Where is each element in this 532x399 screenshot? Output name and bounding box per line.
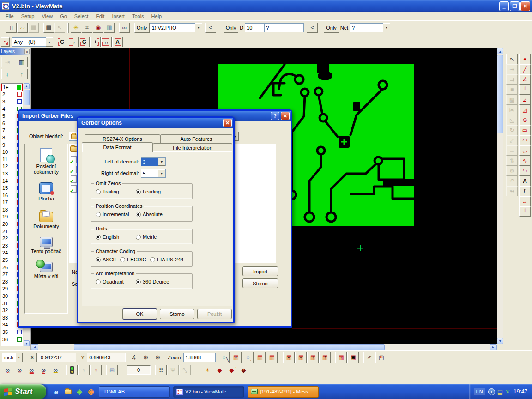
tab-auto-features[interactable]: Auto Features <box>160 134 232 143</box>
scroll-down-icon[interactable]: ▼ <box>24 340 30 346</box>
draw-track-corner-button[interactable]: ┘ <box>519 206 531 217</box>
import-button[interactable]: Import <box>242 266 278 276</box>
previous-dcode-button[interactable]: < <box>205 23 216 33</box>
only-layer-button[interactable]: Only <box>134 23 150 33</box>
select-h-button[interactable]: ↔ <box>101 37 112 47</box>
cancel-button[interactable]: Storno <box>160 309 194 319</box>
pan-left-button[interactable]: ▦← <box>283 352 295 363</box>
place-recent-documents[interactable]: Poslední dokumenty <box>25 148 67 175</box>
draw-pad-button[interactable]: ● <box>519 54 531 64</box>
tab-data-format[interactable]: Data Format <box>82 142 153 152</box>
scroll-right-icon[interactable]: ► <box>490 344 497 350</box>
fill-square-button[interactable]: ■ <box>506 85 518 95</box>
radio-360-degree[interactable]: 360 Degree <box>136 279 169 284</box>
layer-down-button[interactable]: ↓ <box>1 69 13 79</box>
minimize-button[interactable]: _ <box>499 1 509 11</box>
undo-button[interactable]: ↶ <box>506 176 518 186</box>
draw-text-button[interactable]: A <box>519 176 531 186</box>
glasses-dcodes-button[interactable]: ∞⋯ <box>2 365 13 375</box>
pan-right-button[interactable]: ▦→ <box>295 352 307 363</box>
dropdown-arrow-icon[interactable] <box>158 158 165 166</box>
tools-film-button[interactable]: ⌗ <box>82 23 92 33</box>
place-documents[interactable]: Dokumenty <box>25 209 67 229</box>
close-button[interactable]: ✕ <box>520 1 530 11</box>
lamp-probe-button[interactable]: ♀ <box>90 365 102 375</box>
mirror-button[interactable]: ⋈ <box>506 105 518 115</box>
scrollbar-thumb[interactable] <box>497 55 503 133</box>
vertical-scrollbar[interactable]: ▲ ▼ <box>497 48 503 344</box>
draw-arc-cw-button[interactable]: ◡ <box>519 145 531 156</box>
open-file-button[interactable]: ▱ <box>17 23 28 33</box>
glasses-board-button[interactable]: ∞— <box>50 365 61 375</box>
grid-full-button[interactable]: ▦ <box>266 352 278 363</box>
left-of-decimal-select[interactable]: 3 <box>141 157 166 166</box>
dropdown-arrow-icon[interactable] <box>383 23 390 32</box>
draw-line-button[interactable]: ╱ <box>519 64 531 74</box>
radio-english[interactable]: English <box>96 234 119 240</box>
layers-panel-header[interactable]: Layers x <box>0 48 30 55</box>
area-select-button[interactable]: ▢∷ <box>375 352 387 363</box>
quicklaunch-ie-icon[interactable]: e <box>52 387 61 396</box>
radio-leading[interactable]: Leading <box>136 189 161 194</box>
maximize-button[interactable]: ❐ <box>510 1 520 11</box>
tray-collapse-icon[interactable]: ‹ <box>488 388 495 395</box>
draw-polyline-button[interactable]: ∠ <box>519 74 531 85</box>
draw-dimension-button[interactable]: ↔ <box>519 196 531 206</box>
menu-file[interactable]: File <box>2 12 18 20</box>
print-button[interactable]: ▤ <box>43 23 54 33</box>
zoom-window-button[interactable]: ○⌐ <box>242 352 254 363</box>
only-net-button[interactable]: Only <box>324 23 339 33</box>
task-dmlab[interactable]: D:\MLAB <box>99 386 170 398</box>
previous-net-button[interactable]: < <box>307 23 318 33</box>
layer-color-swatch[interactable] <box>17 85 21 90</box>
step-repeat-button[interactable]: ⇅ <box>506 156 518 166</box>
draw-curve-button[interactable]: ∿ <box>519 156 531 166</box>
radio-trailing[interactable]: Trailing <box>96 189 119 194</box>
glasses-measure-button[interactable]: ∞ <box>119 23 130 33</box>
snap-diagonal-button[interactable]: ⤡ <box>179 365 191 375</box>
film-select-button[interactable]: ◉ <box>93 23 103 33</box>
tab-file-interpretation[interactable]: File Interpretation <box>153 143 232 151</box>
dropdown-arrow-icon[interactable] <box>158 169 165 177</box>
layer-color-swatch[interactable] <box>17 92 22 97</box>
scale-button[interactable]: ⤢ <box>506 135 518 145</box>
cancel-button[interactable]: Storno <box>242 278 278 288</box>
lamp-off-button[interactable]: ♀ <box>78 365 90 375</box>
select-plus-button[interactable]: + <box>90 37 101 47</box>
tray-messenger-icon[interactable]: ▤ <box>497 389 503 395</box>
stretch-button[interactable]: ⇗ <box>363 352 375 363</box>
traffic-light-button[interactable] <box>66 365 78 375</box>
menu-insert[interactable]: Insert <box>108 12 128 20</box>
gerber-file-icon[interactable] <box>71 175 77 183</box>
task-viewmate[interactable]: V2.bin - ViewMate <box>173 386 244 398</box>
radio-ascii[interactable]: ASCII <box>96 257 116 262</box>
origin-button[interactable]: ⊕ <box>140 352 151 363</box>
layer-film-button[interactable]: ▥ <box>16 57 28 67</box>
tab-rs274x-options[interactable]: RS274-X Options <box>85 134 160 143</box>
reroute-button[interactable]: ↬ <box>506 186 518 196</box>
draw-triangle-button[interactable]: ◿ <box>519 105 531 115</box>
layer-up-button[interactable]: ↑ <box>16 69 28 79</box>
zoom-in-part-button[interactable]: ▦▣ <box>347 352 359 363</box>
layer-row-1[interactable]: 1+ <box>1 84 23 91</box>
right-of-decimal-select[interactable]: 5 <box>141 169 166 178</box>
draw-sketch-button[interactable]: ↪ <box>519 166 531 176</box>
unit-select[interactable]: inch <box>2 353 22 362</box>
ok-button[interactable]: OK <box>122 309 157 319</box>
radio-ebcdic[interactable]: EBCDIC <box>120 257 146 262</box>
quicklaunch-firefox-icon[interactable]: ◉ <box>86 387 96 396</box>
dots-grid-button[interactable]: ⠿ <box>155 365 167 375</box>
gerber-file-icon[interactable] <box>71 185 77 193</box>
fill-pattern-button[interactable]: ▩ <box>506 95 518 105</box>
scrollbar-thumb[interactable] <box>74 344 385 350</box>
start-button[interactable]: Start <box>0 384 46 399</box>
layer-color-swatch[interactable] <box>17 99 22 104</box>
flash-aperture-button[interactable]: ✳▫ <box>202 365 213 375</box>
scroll-up-icon[interactable]: ▲ <box>497 48 503 54</box>
place-desktop[interactable]: Plocha <box>25 182 67 201</box>
draw-arc-button[interactable]: ◠ <box>519 135 531 145</box>
pad-mark-button[interactable]: ◆∙ <box>226 365 237 375</box>
tray-icq-flower-icon[interactable]: ✳ <box>505 389 510 395</box>
menu-help[interactable]: Help <box>148 12 166 20</box>
pane-split-button[interactable]: ⊞ <box>106 365 118 375</box>
